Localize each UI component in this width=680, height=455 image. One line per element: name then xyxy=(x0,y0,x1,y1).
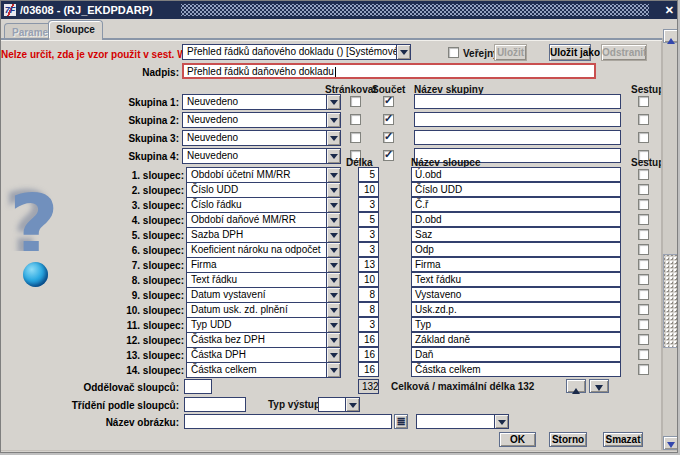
delete-button[interactable]: Odstranit xyxy=(601,44,647,61)
sloupec-4-sestupne-checkbox[interactable] xyxy=(638,214,649,225)
sloupec-12-combobox[interactable]: Částka bez DPH xyxy=(186,332,341,348)
tab-sloupce[interactable]: Sloupce xyxy=(48,20,103,38)
sloupec-13-nazev-input[interactable]: Daň xyxy=(411,347,621,362)
chevron-down-icon[interactable] xyxy=(326,228,340,242)
sloupec-13-combobox[interactable]: Částka DPH xyxy=(186,347,341,363)
skupina-1-sestupne-checkbox[interactable] xyxy=(638,96,649,107)
chevron-down-icon[interactable] xyxy=(326,198,340,212)
trideni-input[interactable] xyxy=(184,397,246,412)
sloupec-10-delka-input[interactable]: 8 xyxy=(358,302,379,317)
skupina-2-soucet-checkbox[interactable] xyxy=(383,114,394,125)
sloupec-7-delka-input[interactable]: 13 xyxy=(358,257,379,272)
sloupec-14-nazev-input[interactable]: Částka celkem xyxy=(411,362,621,377)
sloupec-3-nazev-input[interactable]: Č.ř xyxy=(411,197,621,212)
sloupec-8-delka-input[interactable]: 10 xyxy=(358,272,379,287)
sloupec-5-combobox[interactable]: Sazba DPH xyxy=(186,227,341,243)
close-icon[interactable]: ✕ xyxy=(665,3,674,17)
sloupec-1-sestupne-checkbox[interactable] xyxy=(638,169,649,180)
sloupec-8-nazev-input[interactable]: Text řádku xyxy=(411,272,621,287)
skupina-3-combobox[interactable]: Neuvedeno xyxy=(182,130,341,146)
ok-button[interactable]: OK xyxy=(499,432,536,447)
chevron-down-icon[interactable] xyxy=(326,333,340,347)
sloupec-7-sestupne-checkbox[interactable] xyxy=(638,259,649,270)
sloupec-14-combobox[interactable]: Částka celkem xyxy=(186,362,341,378)
sloupec-4-nazev-input[interactable]: D.obd xyxy=(411,212,621,227)
sloupec-6-nazev-input[interactable]: Odp xyxy=(411,242,621,257)
sloupec-6-combobox[interactable]: Koeficient nároku na odpočet xyxy=(186,242,341,258)
scrollbar-thumb[interactable] xyxy=(663,254,678,348)
chevron-down-icon[interactable] xyxy=(396,45,410,59)
obrazek-combobox[interactable] xyxy=(416,414,509,429)
skupina-1-soucet-checkbox[interactable] xyxy=(383,96,394,107)
skupina-3-nazev-input[interactable] xyxy=(414,130,621,145)
chevron-down-icon[interactable] xyxy=(326,363,340,377)
smazat-button[interactable]: Smazat xyxy=(603,432,643,447)
sloupec-6-delka-input[interactable]: 3 xyxy=(358,242,379,257)
vertical-scrollbar[interactable] xyxy=(663,29,678,450)
chevron-down-icon[interactable] xyxy=(326,243,340,257)
skupina-4-soucet-checkbox[interactable] xyxy=(383,150,394,161)
sloupec-7-combobox[interactable]: Firma xyxy=(186,257,341,273)
template-combobox[interactable]: Přehled řádků daňového dokladu () [Systé… xyxy=(182,44,411,60)
move-up-button[interactable] xyxy=(566,379,586,393)
sloupec-12-sestupne-checkbox[interactable] xyxy=(638,334,649,345)
sloupec-13-sestupne-checkbox[interactable] xyxy=(638,349,649,360)
nadpis-input[interactable]: Přehled řádků daňového dokladu xyxy=(182,63,596,79)
chevron-down-icon[interactable] xyxy=(326,348,340,362)
sloupec-11-combobox[interactable]: Typ UDD xyxy=(186,317,341,333)
sloupec-9-combobox[interactable]: Datum vystavení xyxy=(186,287,341,303)
scroll-down-icon[interactable] xyxy=(663,436,678,450)
oddelovac-input[interactable] xyxy=(184,379,212,394)
chevron-down-icon[interactable] xyxy=(326,213,340,227)
sloupec-14-delka-input[interactable]: 16 xyxy=(358,362,379,377)
sloupec-3-delka-input[interactable]: 3 xyxy=(358,197,379,212)
sloupec-1-delka-input[interactable]: 5 xyxy=(358,167,379,182)
chevron-down-icon[interactable] xyxy=(326,273,340,287)
save-as-button[interactable]: Uložit jako xyxy=(549,44,591,61)
sloupec-12-delka-input[interactable]: 16 xyxy=(358,332,379,347)
sloupec-11-delka-input[interactable]: 3 xyxy=(358,317,379,332)
sloupec-9-nazev-input[interactable]: Vystaveno xyxy=(411,287,621,302)
skupina-2-strankovat-checkbox[interactable] xyxy=(350,114,361,125)
sloupec-2-delka-input[interactable]: 10 xyxy=(358,182,379,197)
chevron-down-icon[interactable] xyxy=(326,258,340,272)
sloupec-14-sestupne-checkbox[interactable] xyxy=(638,364,649,375)
sloupec-8-sestupne-checkbox[interactable] xyxy=(638,274,649,285)
skupina-3-sestupne-checkbox[interactable] xyxy=(638,132,649,143)
chevron-down-icon[interactable] xyxy=(326,95,340,109)
sloupec-5-delka-input[interactable]: 3 xyxy=(358,227,379,242)
skupina-3-soucet-checkbox[interactable] xyxy=(383,132,394,143)
chevron-down-icon[interactable] xyxy=(326,183,340,197)
sloupec-12-nazev-input[interactable]: Základ daně xyxy=(411,332,621,347)
skupina-3-strankovat-checkbox[interactable] xyxy=(350,132,361,143)
verejny-checkbox[interactable] xyxy=(448,47,459,58)
sloupec-11-nazev-input[interactable]: Typ xyxy=(411,317,621,332)
sloupec-8-combobox[interactable]: Text řádku xyxy=(186,272,341,288)
sloupec-9-sestupne-checkbox[interactable] xyxy=(638,289,649,300)
storno-button[interactable]: Storno xyxy=(549,432,587,447)
sloupec-6-sestupne-checkbox[interactable] xyxy=(638,244,649,255)
skupina-1-combobox[interactable]: Neuvedeno xyxy=(182,94,341,110)
sloupec-10-combobox[interactable]: Datum usk. zd. plnění xyxy=(186,302,341,318)
sloupec-2-sestupne-checkbox[interactable] xyxy=(638,184,649,195)
chevron-down-icon[interactable] xyxy=(326,149,340,163)
scroll-up-icon[interactable] xyxy=(663,29,678,43)
sloupec-2-combobox[interactable]: Číslo UDD xyxy=(186,182,341,198)
sloupec-7-nazev-input[interactable]: Firma xyxy=(411,257,621,272)
chevron-down-icon[interactable] xyxy=(326,168,340,182)
skupina-2-sestupne-checkbox[interactable] xyxy=(638,114,649,125)
sloupec-4-delka-input[interactable]: 5 xyxy=(358,212,379,227)
move-down-button[interactable] xyxy=(589,379,609,393)
skupina-2-nazev-input[interactable] xyxy=(414,112,621,127)
chevron-down-icon[interactable] xyxy=(494,415,508,428)
list-picker-button[interactable]: ≣ xyxy=(394,414,408,429)
sloupec-4-combobox[interactable]: Období daňové MM/RR xyxy=(186,212,341,228)
sloupec-2-nazev-input[interactable]: Číslo UDD xyxy=(411,182,621,197)
skupina-2-combobox[interactable]: Neuvedeno xyxy=(182,112,341,128)
chevron-down-icon[interactable] xyxy=(326,288,340,302)
typ-vystupu-combobox[interactable] xyxy=(318,397,360,412)
sloupec-10-nazev-input[interactable]: Usk.zd.p. xyxy=(411,302,621,317)
sloupec-10-sestupne-checkbox[interactable] xyxy=(638,304,649,315)
sloupec-1-nazev-input[interactable]: Ú.obd xyxy=(411,167,621,182)
sloupec-1-combobox[interactable]: Období účetní MM/RR xyxy=(186,167,341,183)
